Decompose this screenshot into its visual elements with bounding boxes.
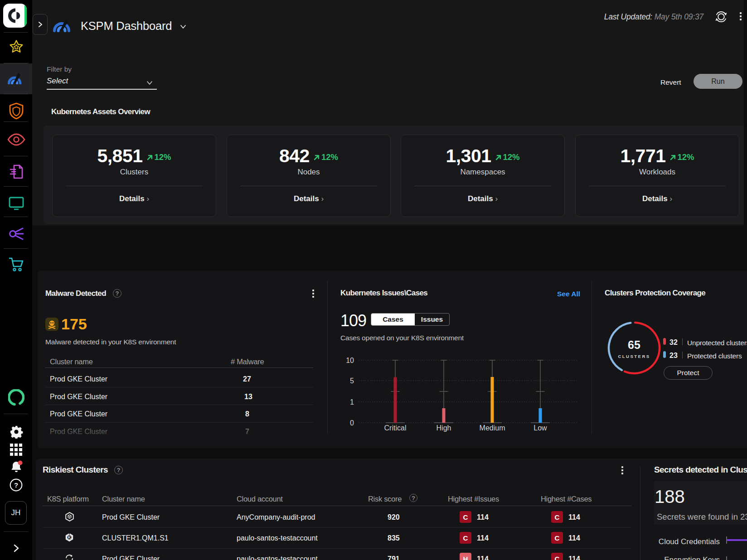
svg-text:10: 10 <box>346 357 354 364</box>
svg-text:0: 0 <box>350 419 354 427</box>
svg-text:High: High <box>437 424 451 432</box>
svg-text:1: 1 <box>350 398 354 406</box>
svg-text:K: K <box>68 535 71 540</box>
svg-text:?: ? <box>14 481 18 489</box>
svg-text:Low: Low <box>534 424 547 432</box>
svg-text:Critical: Critical <box>384 424 407 432</box>
svg-text:Medium: Medium <box>480 424 505 432</box>
svg-text:5: 5 <box>350 377 354 385</box>
